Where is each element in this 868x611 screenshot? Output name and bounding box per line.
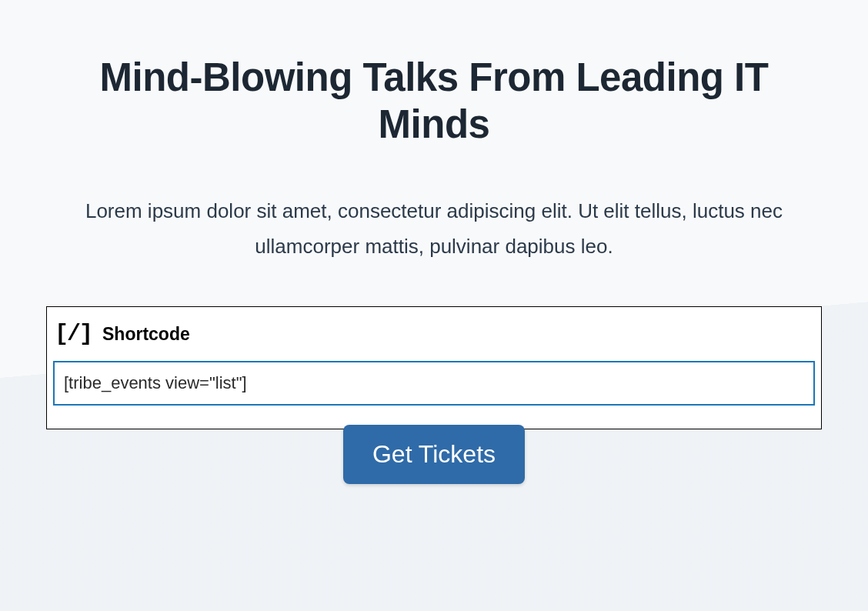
page-heading: Mind-Blowing Talks From Leading IT Minds <box>46 54 822 148</box>
widget-header: [/] Shortcode <box>47 307 821 361</box>
shortcode-icon: [/] <box>55 322 92 346</box>
page-description: Lorem ipsum dolor sit amet, consectetur … <box>46 194 822 264</box>
get-tickets-button[interactable]: Get Tickets <box>343 425 525 484</box>
shortcode-input[interactable] <box>53 361 815 406</box>
widget-title: Shortcode <box>102 324 190 345</box>
shortcode-input-wrap <box>47 361 821 429</box>
shortcode-widget[interactable]: [/] Shortcode <box>46 306 822 429</box>
